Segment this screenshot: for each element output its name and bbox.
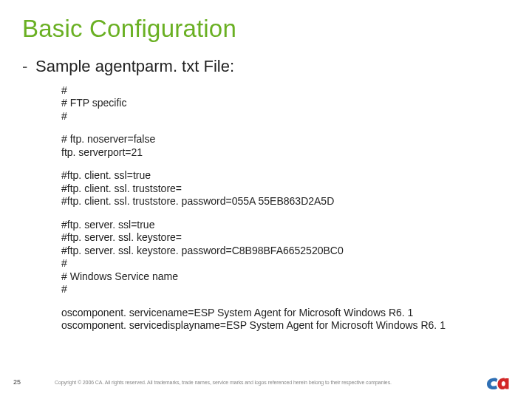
config-line: # ftp. noserver=false bbox=[61, 133, 510, 146]
config-group-4: #ftp. server. ssl=true #ftp. server. ssl… bbox=[61, 219, 510, 296]
bullet-dash: - bbox=[22, 57, 35, 76]
slide: Basic Configuration - Sample agentparm. … bbox=[0, 0, 532, 399]
bullet-row: - Sample agentparm. txt File: bbox=[22, 56, 510, 77]
config-group-2: # ftp. noserver=false ftp. serverport=21 bbox=[61, 133, 510, 159]
config-line: # FTP specific bbox=[61, 97, 510, 110]
config-line: # Windows Service name bbox=[61, 270, 510, 284]
bullet-text: Sample agentparm. txt File: bbox=[35, 56, 234, 77]
config-line: # bbox=[61, 257, 510, 270]
config-line: #ftp. client. ssl. truststore= bbox=[61, 183, 510, 196]
copyright-text: Copyright © 2006 CA. All rights reserved… bbox=[30, 380, 485, 385]
config-line: # bbox=[61, 283, 510, 296]
slide-title: Basic Configuration bbox=[22, 15, 510, 43]
config-line: ftp. serverport=21 bbox=[61, 146, 510, 160]
config-line: #ftp. server. ssl. keystore. password=C8… bbox=[61, 245, 510, 258]
config-line: #ftp. client. ssl=true bbox=[61, 169, 510, 183]
config-line: #ftp. server. ssl=true bbox=[61, 219, 510, 232]
ca-logo-icon bbox=[485, 374, 510, 390]
config-line: # bbox=[61, 84, 510, 98]
page-number: 25 bbox=[13, 378, 30, 386]
footer: 25 Copyright © 2006 CA. All rights reser… bbox=[0, 374, 532, 390]
config-line: # bbox=[61, 110, 510, 123]
config-group-5: oscomponent. servicename=ESP System Agen… bbox=[61, 307, 510, 332]
config-group-1: # # FTP specific # bbox=[61, 84, 510, 123]
config-line: oscomponent. servicedisplayname=ESP Syst… bbox=[61, 319, 510, 332]
config-group-3: #ftp. client. ssl=true #ftp. client. ssl… bbox=[61, 169, 510, 208]
config-line: #ftp. server. ssl. keystore= bbox=[61, 231, 510, 245]
config-block: # # FTP specific # # ftp. noserver=false… bbox=[61, 84, 510, 332]
config-line: oscomponent. servicename=ESP System Agen… bbox=[61, 307, 510, 320]
config-line: #ftp. client. ssl. truststore. password=… bbox=[61, 195, 510, 208]
